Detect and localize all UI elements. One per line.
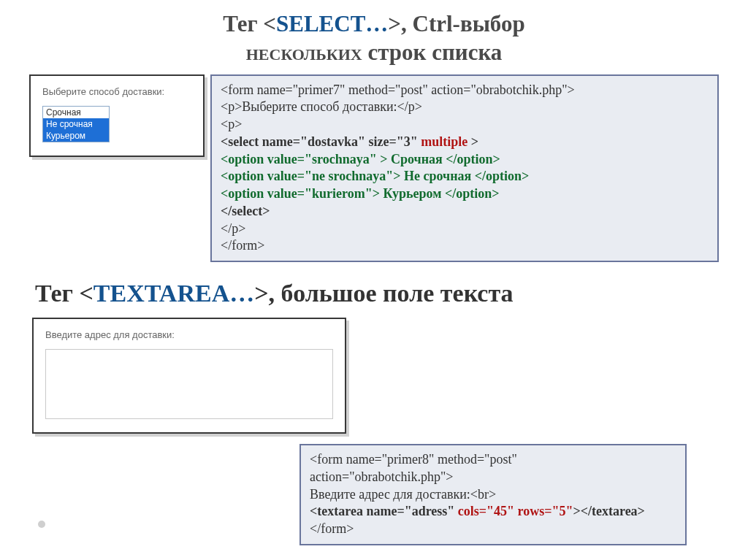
select-list[interactable]: Срочная Не срочная Курьером [42,106,110,142]
title-text: нескольких [246,39,362,65]
row-select-example: Выберите способ доставки: Срочная Не сро… [29,74,719,263]
title-text: >, большое поле текста [254,280,513,307]
code-line: action="obrabotchik.php"> [310,469,676,486]
code-line: <option value="srochnaya" > Срочная </op… [221,151,709,169]
code-line: <p>Выберите способ доставки:</p> [221,99,709,116]
code-line: Введите адрес для доставки:<br> [310,486,676,504]
select-option-selected[interactable]: Не срочная [43,118,109,130]
code-line: </select> [221,203,709,220]
select-preview-box: Выберите способ доставки: Срочная Не сро… [29,74,205,157]
title-select-tag: SELECT… [276,11,388,37]
code-line: <form name="primer7" method="post" actio… [221,82,709,99]
textarea-preview-label: Введите адрес для доставки: [45,329,333,340]
code-line: <select name="dostavka" size="3" multipl… [221,134,709,151]
code-line: <form name="primer8" method="post" [310,451,676,469]
slide-title-select: Тег <SELECT…>, Ctrl-выбор нескольких стр… [29,10,719,67]
code-line: <p> [221,116,709,134]
slide-title-textarea: Тег <TEXTAREA…>, большое поле текста [35,280,719,307]
title-text: >, Ctrl-выбор [388,11,524,37]
title-text: строк списка [362,39,503,65]
textarea-preview-box: Введите адрес для доставки: [32,318,346,434]
code-line: </form> [221,237,709,255]
code-line: <textarea name="adress" cols="45" rows="… [310,503,676,521]
textarea-field[interactable] [45,349,333,419]
code-box-textarea: <form name="primer8" method="post" actio… [299,444,687,545]
bullet-icon [38,521,45,528]
code-line: </p> [221,220,709,238]
title-textarea-tag: TEXTAREA… [94,280,254,307]
select-option[interactable]: Срочная [43,107,109,118]
title-text: Тег < [223,11,276,37]
code-line: <option value="kurierom"> Курьером </opt… [221,185,709,203]
select-option-selected[interactable]: Курьером [43,130,109,142]
code-line: </form> [310,521,676,538]
code-line: <option value="ne srochnaya"> Не срочная… [221,168,709,185]
title-text: Тег < [35,280,94,307]
select-preview-label: Выберите способ доставки: [42,86,191,97]
code-box-select: <form name="primer7" method="post" actio… [210,74,719,263]
